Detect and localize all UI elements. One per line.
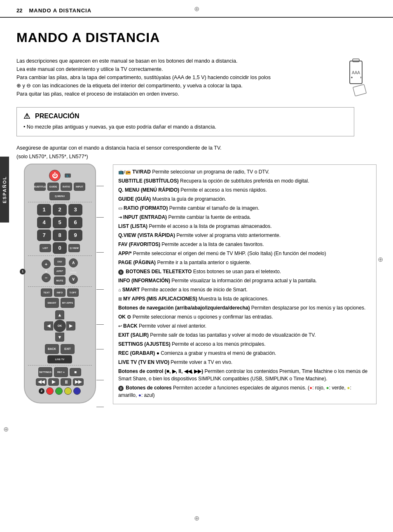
desc-qview: Q.VIEW (VISTA RÁPIDA) Permite volver al … bbox=[118, 232, 371, 239]
desc-list: LIST (LISTA) Permite el acceso a la list… bbox=[118, 223, 371, 230]
page-up-button[interactable]: ∧ bbox=[69, 258, 78, 267]
tvrad-bold: TV/RAD bbox=[132, 169, 151, 175]
qview-text: Permite volver al programa visto anterio… bbox=[175, 232, 281, 238]
back-button[interactable]: BACK bbox=[45, 344, 59, 354]
guide-button[interactable]: GUIDE bbox=[47, 183, 59, 191]
app-button[interactable]: APP/* bbox=[54, 267, 66, 275]
exit-button[interactable]: EXIT bbox=[61, 344, 75, 354]
colors-bold: Botones de colores bbox=[126, 385, 171, 391]
colors-red-label: : rojo, bbox=[312, 385, 326, 391]
num-1-button[interactable]: 1 bbox=[37, 204, 51, 216]
num-5-button[interactable]: 5 bbox=[53, 217, 67, 228]
tv-icon: 📺 bbox=[65, 173, 71, 178]
list-button[interactable]: LIST bbox=[40, 244, 51, 252]
bracket-line-1 bbox=[96, 186, 104, 186]
subtitle-button[interactable]: SUBTITLE bbox=[34, 183, 46, 191]
vol-label: ▲ bbox=[45, 270, 48, 272]
pause-button[interactable]: ⏸ bbox=[61, 378, 71, 386]
remote-row-back: BACK EXIT bbox=[28, 344, 92, 354]
desc-qmenu: Q. MENU (MENÚ RÁPIDO) Permite el acceso … bbox=[118, 186, 371, 194]
desc-info: INFO (INFORMACIÓN) Permite visualizar la… bbox=[118, 277, 371, 284]
tvrad-text: Permite seleccionar un programa de radio… bbox=[151, 169, 269, 175]
yellow-button[interactable] bbox=[64, 387, 72, 395]
myapps-text: Muestra la lista de aplicaciones. bbox=[197, 296, 269, 302]
qmenu-text: Permite el acceso a los menús rápidos. bbox=[179, 187, 267, 193]
remote-row-colors: 2 bbox=[28, 387, 92, 395]
desc-back: ↩ BACK Permite volver al nivel anterior. bbox=[118, 322, 371, 330]
vol-down-button[interactable]: − bbox=[42, 273, 51, 282]
smart-button[interactable]: SMART bbox=[45, 298, 59, 308]
qview-button[interactable]: Q VIEW bbox=[68, 244, 80, 252]
desc-colors: 2 Botones de colores Permiten acceder a … bbox=[118, 384, 371, 399]
settings-text: Permite el acceso a los menús principale… bbox=[171, 341, 266, 347]
num-2-button[interactable]: 2 bbox=[53, 204, 67, 216]
nav-ring: ▲ ◀ OK ▶ ▼ bbox=[43, 309, 76, 342]
ff-button[interactable]: ▶▶ bbox=[73, 378, 84, 386]
num-3-button[interactable]: 3 bbox=[68, 204, 82, 216]
rew-button[interactable]: ◀◀ bbox=[36, 378, 47, 386]
remote-divider-4 bbox=[28, 365, 92, 366]
bracket-line-6 bbox=[96, 349, 104, 349]
desc-ok: OK ⊙ Permite seleccionar menús u opcione… bbox=[118, 313, 371, 321]
topt-button[interactable]: T.OPT bbox=[67, 288, 79, 297]
num-6-button[interactable]: 6 bbox=[68, 217, 82, 228]
myapps-bold: MY APPS (MIS APLICACIONES) bbox=[123, 296, 197, 302]
bracket-line-8 bbox=[96, 407, 104, 407]
precaution-bullet: • bbox=[23, 124, 27, 130]
desc-myapps: ⊞ MY APPS (MIS APLICACIONES) Muestra la … bbox=[118, 295, 371, 302]
page-bold: PAGE (PÁGINA) bbox=[118, 260, 156, 265]
input-button[interactable]: INPUT bbox=[74, 183, 85, 191]
ok-text: Permite seleccionar menús u opciones y c… bbox=[131, 314, 273, 320]
info-button[interactable]: INFO bbox=[54, 288, 66, 297]
myapps-icon: ⊞ bbox=[118, 296, 123, 301]
page-down-button[interactable]: ∨ bbox=[69, 275, 78, 284]
mute-button[interactable]: MUTE bbox=[54, 277, 66, 285]
num-9-button[interactable]: 9 bbox=[68, 230, 82, 241]
num-4-button[interactable]: 4 bbox=[37, 217, 51, 228]
nav-up-button[interactable]: ▲ bbox=[55, 310, 64, 319]
fav-text: Permite acceder a la lista de canales fa… bbox=[160, 241, 264, 247]
ratio-button[interactable]: RATIO bbox=[61, 183, 72, 191]
diagram-section: ⏻ 📺 SUBTITLE GUIDE RATIO bbox=[16, 164, 377, 404]
smart-bold: SMART bbox=[122, 287, 140, 293]
remote-row-vol: + ▲ − FAV APP/* MUTE ∧ PPAGE bbox=[28, 258, 92, 285]
remote-row-nums-4: LIST 0 Q VIEW bbox=[28, 242, 92, 254]
precaution-text: No mezcle pilas antiguas y nuevas, ya qu… bbox=[27, 124, 216, 130]
blue-button[interactable] bbox=[73, 387, 81, 395]
info-text: Permite visualizar la información del pr… bbox=[170, 278, 317, 284]
app-text: Permite seleccionar el origen del menú d… bbox=[132, 251, 326, 256]
colors-green-label: : verde, bbox=[329, 385, 347, 391]
ok-button[interactable]: OK bbox=[54, 320, 66, 332]
num-8-button[interactable]: 8 bbox=[53, 230, 67, 241]
settings-button[interactable]: SETTINGS bbox=[38, 367, 52, 377]
remote-container: ⏻ 📺 SUBTITLE GUIDE RATIO bbox=[16, 164, 103, 403]
remote-row-playback: ◀◀ ▶ ⏸ ▶▶ bbox=[28, 378, 92, 386]
green-button[interactable] bbox=[55, 387, 63, 395]
myapps-button[interactable]: MY APPS bbox=[61, 298, 75, 308]
intro-text-content: Las descripciones que aparecen en este m… bbox=[16, 58, 271, 97]
bracket-line-3 bbox=[96, 252, 104, 253]
desc-rec: REC (GRABAR) ● Comienza a grabar y muest… bbox=[118, 349, 371, 357]
bottom-crosshair: ⊕ bbox=[194, 514, 199, 522]
vol-up-button[interactable]: + bbox=[42, 260, 51, 269]
num-0-button[interactable]: 0 bbox=[53, 242, 67, 254]
text-button[interactable]: TEXT bbox=[41, 288, 52, 297]
stop-button[interactable]: ■ bbox=[70, 368, 81, 376]
nav-down-button[interactable]: ▼ bbox=[55, 333, 64, 342]
num-7-button[interactable]: 7 bbox=[37, 230, 51, 241]
remote-row-nums-2: 4 5 6 bbox=[28, 217, 92, 228]
list-text: Permite el acceso a la lista de programa… bbox=[147, 223, 271, 229]
desc-fav: FAV (FAVORITOS) Permite acceder a la lis… bbox=[118, 241, 371, 248]
rec-button[interactable]: REC ● bbox=[54, 367, 68, 377]
nav-left-button[interactable]: ◀ bbox=[44, 321, 53, 330]
desc-subtitle: SUBTITLE (SUBTÍTULOS) Recupera la opción… bbox=[118, 177, 371, 185]
colors-text: Permiten acceder a funciones especiales … bbox=[172, 385, 309, 391]
fav-button[interactable]: FAV bbox=[54, 258, 66, 266]
qmenu-button[interactable]: Q.MENU bbox=[49, 192, 70, 200]
power-button[interactable]: ⏻ bbox=[49, 170, 61, 181]
nav-right-button[interactable]: ▶ bbox=[66, 321, 75, 330]
play-button[interactable]: ▶ bbox=[48, 378, 59, 386]
intro-line-1: Las descripciones que aparecen en este m… bbox=[16, 57, 272, 98]
remote-divider-1 bbox=[28, 202, 92, 202]
red-button[interactable] bbox=[46, 387, 54, 395]
